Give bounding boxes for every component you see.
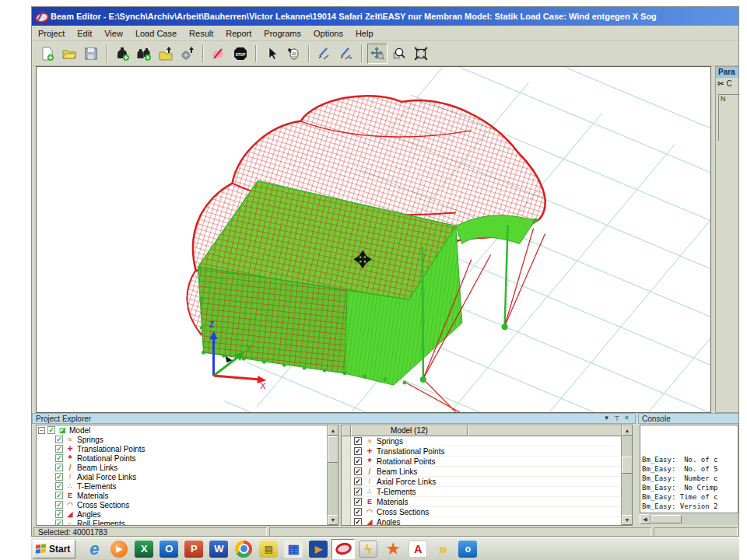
tree-checkbox[interactable] [55,445,63,453]
model-checklist-scrollbar[interactable]: ▲ ▼ [621,425,632,525]
taskbar-item[interactable]: ▤ [257,539,280,559]
model-checklist-row[interactable]: Axial Force Links [342,477,632,487]
tree-item[interactable]: Axial Force Links [37,472,338,481]
taskbar-item[interactable]: W [207,539,230,559]
tree-checkbox[interactable] [55,492,63,499]
tree-root-row[interactable]: − Model [37,425,338,435]
scissors-icon[interactable]: ✂ [717,79,724,88]
3d-viewport[interactable]: Z Y X [36,66,711,413]
auto-hide-pin-icon[interactable]: ⊥ [612,414,622,423]
tree-item[interactable]: Cross Sections [37,500,338,509]
zoom-fit-button[interactable] [411,44,431,64]
scroll-left-icon[interactable]: ◀ [640,514,651,524]
taskbar-item[interactable]: ▦ [282,539,305,559]
gear-export-button[interactable] [177,44,198,64]
highlighter-off-button[interactable] [209,44,229,64]
taskbar-item[interactable]: A [406,539,430,559]
model-checklist-row[interactable]: Angles [342,517,632,526]
scroll-down-icon[interactable]: ▼ [622,515,633,525]
tree-scroll-thumb[interactable] [328,436,338,463]
taskbar-item[interactable] [331,539,355,559]
taskbar-item[interactable]: ▶ [307,539,330,559]
scroll-up-icon[interactable]: ▲ [622,425,633,436]
panel-menu-caret-icon[interactable]: ▾ [601,414,612,423]
scroll-up-icon[interactable]: ▲ [328,425,338,436]
menu-item[interactable]: Help [349,27,380,40]
taskbar-item[interactable]: ▶ [107,539,131,559]
title-bar[interactable]: Beam Editor - E:\Synch\Archiv\Arbeit\Bau… [32,7,738,26]
menu-item[interactable]: Edit [71,27,98,40]
tree-item[interactable]: Springs [37,435,338,444]
tree-checkbox[interactable] [55,520,63,526]
taskbar-item[interactable]: O [157,539,181,559]
tree-item[interactable]: T-Elements [37,481,338,491]
tree-item[interactable]: Beam Links [37,463,338,472]
menu-item[interactable]: Load Case [129,27,183,40]
row-checkbox[interactable] [354,518,362,526]
tree-checkbox[interactable] [55,510,63,518]
taskbar-item[interactable] [232,539,255,559]
model-checklist-row[interactable]: Materials [342,497,632,507]
draw-link-button[interactable] [336,44,356,64]
tree-checkbox[interactable] [55,464,63,471]
taskbar-item[interactable]: » [431,539,454,559]
tree-item[interactable]: Roll Elements [37,519,338,526]
open-project-button[interactable] [59,44,79,64]
add-load-button[interactable] [112,44,132,64]
tree-scrollbar[interactable]: ▲ ▼ [327,425,338,525]
menu-item[interactable]: Options [307,27,349,40]
zoom-window-button[interactable] [389,44,409,64]
row-checkbox[interactable] [354,488,362,495]
model-checklist[interactable]: Model (12) Springs T [341,425,633,526]
taskbar-item[interactable]: X [132,539,156,559]
tree-checkbox[interactable] [55,473,63,481]
model-checklist-row[interactable]: Springs [342,436,632,446]
tree-expander-icon[interactable]: − [38,427,45,434]
row-checkbox[interactable] [354,508,362,516]
tree-item[interactable]: Angles [37,509,338,519]
taskbar-item[interactable]: ★ [381,539,405,559]
model-checklist-row[interactable]: Translational Points [342,446,632,457]
import-folder-button[interactable] [156,44,176,64]
menu-item[interactable]: Result [183,27,219,40]
close-panel-icon[interactable]: × [622,414,632,423]
tree-checkbox[interactable] [55,436,63,443]
row-checkbox[interactable] [354,457,362,465]
tree-checkbox[interactable] [55,482,63,490]
list-scroll-thumb[interactable] [622,457,633,474]
menu-item[interactable]: Report [219,27,258,40]
tree-item[interactable]: Translational Points [37,444,338,453]
row-checkbox[interactable] [354,447,362,455]
menu-item[interactable]: Programs [258,27,307,40]
taskbar-item[interactable]: o [456,539,479,559]
tree-checkbox[interactable] [55,501,63,509]
row-checkbox[interactable] [354,437,362,445]
console-hscrollbar[interactable]: ◀ [640,514,738,524]
draw-beam-button[interactable] [314,44,335,64]
new-project-button[interactable] [37,44,58,64]
taskbar-item[interactable]: ϟ [356,539,380,559]
row-checkbox[interactable] [354,498,362,506]
pan-zoom-button[interactable] [367,44,388,64]
console-scroll-thumb[interactable] [651,515,682,523]
model-checklist-row[interactable]: T-Elements [342,487,632,497]
model-checklist-row[interactable]: Beam Links [342,467,632,477]
tree-item[interactable]: Rotational Points [37,453,338,463]
menu-item[interactable]: Project [32,27,71,40]
model-checklist-row[interactable]: Cross Sections [342,507,632,517]
model-tree[interactable]: − Model Springs Translational [36,425,338,526]
pick-grab-button[interactable] [283,44,303,64]
tree-item[interactable]: Materials [37,491,338,500]
model-column-header[interactable]: Model (12) [351,425,468,436]
model-checklist-row[interactable]: Rotational Points [342,457,632,467]
taskbar-item[interactable]: P [182,539,205,559]
tree-checkbox[interactable] [55,454,63,462]
tree-checkbox[interactable] [47,426,55,434]
select-cursor-button[interactable] [261,44,282,64]
stop-button[interactable]: STOP [230,44,251,64]
save-button[interactable] [81,44,101,64]
taskbar-item[interactable]: e [82,539,106,559]
menu-item[interactable]: View [98,27,129,40]
start-button[interactable]: Start [33,540,75,558]
scroll-down-icon[interactable]: ▼ [328,515,338,525]
